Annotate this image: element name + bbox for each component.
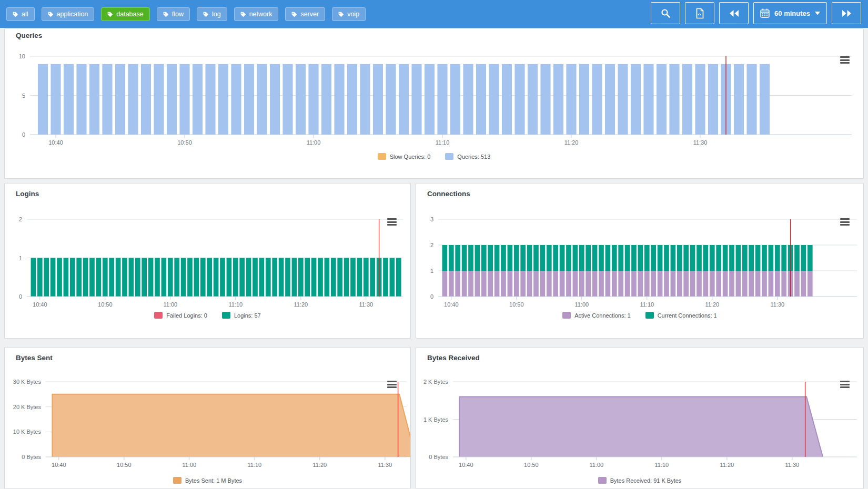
svg-text:10:40: 10:40 [48,139,63,146]
legend-item[interactable]: Logins: 57 [222,312,261,319]
tag-filter-voip[interactable]: voip [332,7,366,21]
queries-bars [38,64,770,135]
svg-text:11:10: 11:10 [228,301,243,308]
tag-filter-all[interactable]: all [6,7,35,21]
svg-text:11:30: 11:30 [693,139,708,146]
svg-text:10:50: 10:50 [177,139,192,146]
time-range-label: 60 minutes [774,9,810,17]
logins-bars [31,258,401,297]
svg-text:11:00: 11:00 [182,462,196,468]
tag-label: all [22,11,28,18]
toolbar-actions: 60 minutes [651,2,861,24]
legend-label: Logins: 57 [234,312,261,319]
tag-filter-log[interactable]: log [197,7,227,21]
chart-legend: Slow Queries: 0Queries: 513 [5,153,863,160]
time-range-dropdown[interactable]: 60 minutes [753,2,827,24]
svg-text:5: 5 [22,93,25,99]
svg-text:0: 0 [22,131,25,138]
chevron-down-icon [815,12,820,15]
rewind-icon [729,9,740,18]
svg-text:11:20: 11:20 [312,462,327,468]
legend-swatch [645,312,654,319]
legend-item[interactable]: Current Connections: 1 [645,312,717,319]
svg-text:1: 1 [19,255,22,261]
svg-text:1: 1 [430,268,433,274]
tag-label: application [57,11,88,18]
svg-text:11:20: 11:20 [294,301,308,308]
tag-filter-server[interactable]: server [285,7,325,21]
legend-item[interactable]: Active Connections: 1 [562,312,630,319]
svg-text:0: 0 [19,293,22,300]
svg-text:10:40: 10:40 [444,301,459,308]
svg-text:11:00: 11:00 [307,139,321,146]
tag-label: voip [347,11,359,18]
tag-label: log [212,11,221,18]
legend-swatch [154,312,163,319]
chart-legend: Bytes Received: 91 K Bytes [416,477,863,484]
tag-label: flow [172,11,184,18]
step-back-button[interactable] [719,2,749,24]
tag-filter-application[interactable]: application [42,7,95,21]
tag-icon [203,12,209,17]
svg-text:11:30: 11:30 [359,301,373,308]
tag-icon [48,12,54,17]
tag-label: network [249,11,272,18]
bytes-sent-chart[interactable]: 10:4010:5011:0011:1011:2011:300 Bytes10 … [5,348,410,488]
tag-label: database [116,11,143,18]
chart-menu-button[interactable] [387,218,397,226]
svg-text:0 Bytes: 0 Bytes [429,454,448,460]
logins-panel: Logins 10:4010:5011:0011:1011:2011:30012… [4,183,411,339]
tag-filter-database[interactable]: database [101,7,149,21]
svg-text:11:00: 11:00 [589,462,603,468]
chart-legend: Active Connections: 1Current Connections… [416,312,863,319]
step-forward-button[interactable] [832,2,861,24]
tag-icon [13,12,18,17]
legend-item[interactable]: Bytes Sent: 1 M Bytes [173,477,242,484]
svg-text:0 Bytes: 0 Bytes [22,454,41,460]
legend-label: Current Connections: 1 [658,312,717,319]
svg-text:1 K Bytes: 1 K Bytes [423,416,449,423]
legend-label: Failed Logins: 0 [166,312,207,319]
search-button[interactable] [651,2,680,24]
svg-text:10:40: 10:40 [33,301,47,308]
chart-menu-button[interactable] [840,56,850,64]
dashboard-page: all application database flow log networ… [0,0,868,489]
svg-text:11:10: 11:10 [436,139,450,146]
tag-filter-flow[interactable]: flow [157,7,190,21]
legend-swatch [598,477,607,484]
legend-swatch [378,153,386,160]
legend-item[interactable]: Slow Queries: 0 [378,153,431,160]
fast-forward-icon [841,9,852,18]
export-pdf-button[interactable] [685,2,714,24]
bytes_sent-area [52,394,410,457]
legend-label: Bytes Received: 91 K Bytes [610,477,682,484]
calendar-icon [760,8,770,18]
tag-icon [338,12,344,17]
legend-item[interactable]: Queries: 513 [445,153,490,160]
svg-text:10:50: 10:50 [117,462,132,468]
legend-item[interactable]: Bytes Received: 91 K Bytes [598,477,682,484]
chart-menu-button[interactable] [387,381,397,388]
svg-text:11:30: 11:30 [785,462,799,468]
chart-menu-button[interactable] [840,218,850,226]
svg-text:11:20: 11:20 [720,462,734,468]
bytes_received-area [459,397,823,457]
bytes-received-chart[interactable]: 10:4010:5011:0011:1011:2011:300 Bytes1 K… [416,348,863,488]
svg-text:3: 3 [430,216,433,222]
svg-text:30 K Bytes: 30 K Bytes [13,379,42,385]
chart-legend: Failed Logins: 0Logins: 57 [5,312,410,319]
chart-menu-button[interactable] [840,381,850,388]
chart-legend: Bytes Sent: 1 M Bytes [5,477,410,484]
svg-text:11:00: 11:00 [163,301,177,308]
legend-label: Slow Queries: 0 [390,154,431,160]
legend-item[interactable]: Failed Logins: 0 [154,312,207,319]
tag-filter-network[interactable]: network [234,7,279,21]
svg-text:11:10: 11:10 [247,462,261,468]
svg-text:11:30: 11:30 [770,301,784,308]
legend-swatch [173,477,181,484]
tag-label: server [300,11,319,18]
legend-swatch [445,153,453,160]
legend-label: Active Connections: 1 [574,312,630,319]
legend-label: Bytes Sent: 1 M Bytes [185,477,242,484]
file-pdf-icon [695,8,704,19]
